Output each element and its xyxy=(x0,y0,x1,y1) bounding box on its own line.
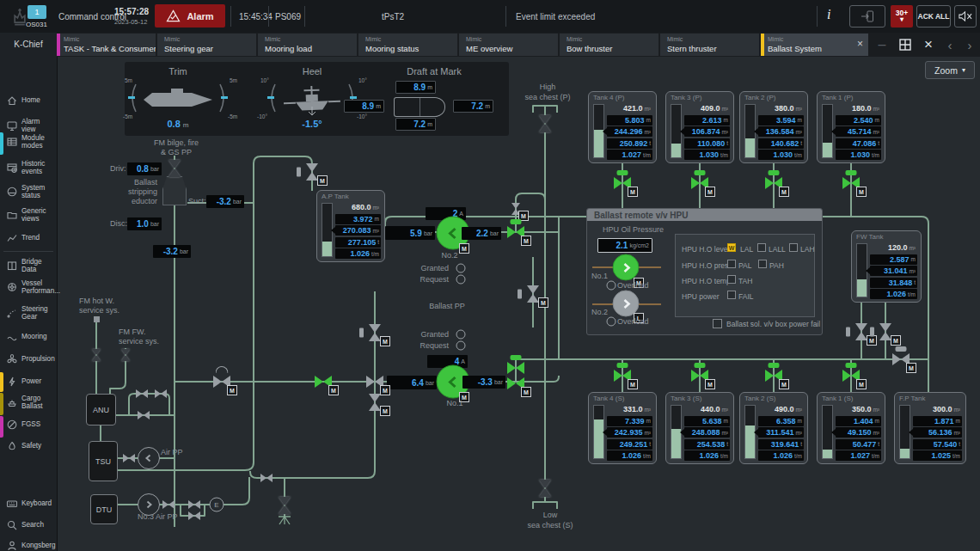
tab-mooring-load[interactable]: MimicMooring load xyxy=(258,34,357,56)
valve-high-sea-chest[interactable] xyxy=(536,118,554,130)
tank-box-1p[interactable]: Tank 1 (P) 180.0m³ 2.540m 45.714m³ 47.08… xyxy=(817,91,885,163)
valve-drain-upper[interactable]: M xyxy=(366,327,383,339)
tsu-unit[interactable]: TSU xyxy=(89,441,118,481)
sidebar-item-keyboard[interactable]: Keyboard xyxy=(0,498,57,510)
valve-low-sea-chest[interactable] xyxy=(536,482,554,494)
pump2-request-indicator[interactable] xyxy=(456,275,466,285)
valve-tank2p[interactable]: M xyxy=(765,177,782,189)
valve-tank1p[interactable]: M xyxy=(842,177,860,189)
lall-alarm-flag[interactable] xyxy=(757,243,766,252)
sidebar-item-safety[interactable]: Safety xyxy=(0,440,57,452)
valve-crossover-isolation[interactable]: M xyxy=(524,288,542,300)
close-tab-icon[interactable]: × xyxy=(857,38,863,50)
valve-dtu-lower[interactable] xyxy=(188,511,200,520)
valve-pump1-crossover[interactable] xyxy=(507,362,524,374)
valve-anu-main[interactable] xyxy=(138,411,150,419)
sidebar-item-generic-views[interactable]: Generic views xyxy=(0,207,57,223)
no3-air-pump[interactable] xyxy=(138,493,160,516)
tab-overflow-button[interactable]: – xyxy=(873,34,891,55)
tab-ballast-system[interactable]: MimicBallast System × xyxy=(761,34,868,56)
valve-pump2-discharge[interactable]: M xyxy=(507,226,524,238)
valve-drain-cross[interactable]: M xyxy=(366,376,383,388)
sidebar-item-steering-gear[interactable]: Steering Gear xyxy=(0,305,57,321)
sidebar-item-module-modes[interactable]: Module modes xyxy=(0,134,57,150)
valve-tank1s[interactable]: M xyxy=(842,370,860,382)
hpu-pump1-overload-indicator[interactable] xyxy=(607,281,616,291)
tank-box-2s[interactable]: Tank 2 (S) 490.0m³ 6.358m 311.541m³ 319.… xyxy=(739,392,808,464)
login-button[interactable] xyxy=(849,5,885,28)
sidebar-item-mooring[interactable]: Mooring xyxy=(0,331,57,343)
tank-box-fw[interactable]: FW Tank 120.0m³ 2.587m 31.041m³ 31.848t … xyxy=(851,230,922,303)
valve-anu-bypass-2[interactable] xyxy=(155,389,167,398)
tank-box-fp[interactable]: F.P Tank 300.0m³ 1.871m 56.136m³ 57.540t… xyxy=(894,392,966,464)
pump1-request-indicator[interactable] xyxy=(456,341,466,351)
valve-suction-manifold[interactable]: M xyxy=(315,376,332,388)
tah-alarm-flag[interactable] xyxy=(727,275,736,284)
tank-box-4s[interactable]: Tank 4 (S) 331.0m³ 7.339m 242.935m³ 249.… xyxy=(588,392,657,464)
alarm-button[interactable]: Alarm xyxy=(155,4,225,28)
fail-alarm-flag[interactable] xyxy=(727,291,736,299)
lal-alarm-flag[interactable]: W xyxy=(727,243,736,252)
ballast-solenoid-power-fail-checkbox[interactable] xyxy=(713,319,722,328)
tab-mooring-status[interactable]: MimicMooring status xyxy=(358,34,457,56)
tab-me-overview[interactable]: MimicME overview xyxy=(459,34,558,56)
valve-overboard[interactable] xyxy=(276,499,293,511)
valve-tank2s[interactable]: M xyxy=(765,370,782,382)
pump1-granted-indicator[interactable] xyxy=(456,330,466,340)
next-tab-button[interactable]: › xyxy=(961,34,978,55)
sidebar-item-system-status[interactable]: System status xyxy=(0,184,57,200)
sidebar-item-home[interactable]: Home xyxy=(0,95,57,107)
pal-alarm-flag[interactable] xyxy=(727,260,736,268)
tank-box-2p[interactable]: Tank 2 (P) 380.0m³ 3.594m 136.584m³ 140.… xyxy=(739,91,808,163)
valve-fm-fresh-water[interactable] xyxy=(119,351,132,359)
valve-tank3s[interactable]: M xyxy=(691,370,708,382)
tank-box-ap[interactable]: A.P Tank 680.0m³ 3.972m 270.083m³ 277.10… xyxy=(316,190,385,262)
sidebar-item-search[interactable]: Search xyxy=(0,519,57,531)
tank-box-1s[interactable]: Tank 1 (S) 350.0m³ 1.404m 49.150m³ 50.47… xyxy=(817,392,885,464)
air-pump[interactable] xyxy=(138,447,160,469)
valve-tank4p[interactable]: M xyxy=(614,177,631,189)
anu-unit[interactable]: ANU xyxy=(86,394,116,425)
hpu-pump2-overload-indicator[interactable] xyxy=(607,317,616,327)
info-icon[interactable]: i xyxy=(827,7,830,22)
sidebar-item-bridge-data[interactable]: Bridge Data xyxy=(0,258,57,274)
tab-task-tank-consumers[interactable]: MimicTASK - Tank & Consumers xyxy=(57,34,156,56)
valve-fw-tank-1[interactable]: M xyxy=(853,326,870,338)
hpu-pump-1[interactable] xyxy=(613,254,640,281)
sidebar-item-trend[interactable]: Trend xyxy=(0,232,57,244)
valve-no3-air-pp[interactable] xyxy=(162,500,175,509)
valve-drain-lower[interactable]: M xyxy=(366,396,383,408)
sidebar-item-fgss[interactable]: FGSS xyxy=(0,419,57,431)
valve-tank3p[interactable]: M xyxy=(691,177,708,189)
valve-fm-hot-water[interactable] xyxy=(90,351,102,359)
pump2-granted-indicator[interactable] xyxy=(456,264,466,273)
valve-pump1-discharge[interactable]: M xyxy=(507,377,524,389)
valve-dtu-upper[interactable] xyxy=(188,500,200,509)
tank-box-3s[interactable]: Tank 3 (S) 440.0m³ 5.638m 248.088m³ 254.… xyxy=(665,392,734,464)
valve-fp-tank[interactable]: M xyxy=(892,353,910,365)
zoom-dropdown[interactable]: Zoom ▾ xyxy=(925,61,975,79)
valve-ap-tank[interactable]: M xyxy=(303,166,321,178)
lah-alarm-flag[interactable] xyxy=(789,243,798,252)
tank-box-3p[interactable]: Tank 3 (P) 409.0m³ 2.613m 106.874m³ 110.… xyxy=(665,91,734,163)
valve-eductor-drive[interactable] xyxy=(166,162,183,174)
sidebar-item-historic-events[interactable]: Historic events xyxy=(0,160,57,176)
valve-fw-tank-2[interactable]: M xyxy=(877,326,894,338)
sidebar-item-kongsberg[interactable]: Kongsberg xyxy=(0,540,57,551)
valve-air-pp[interactable] xyxy=(123,454,135,462)
valve-pump1-suction[interactable]: M xyxy=(213,376,230,388)
ack-all-button[interactable]: ACK ALL xyxy=(916,5,951,28)
sidebar-item-power[interactable]: Power xyxy=(0,376,57,388)
valve-drain-line[interactable] xyxy=(260,474,273,482)
tank-box-4p[interactable]: Tank 4 (P) 421.0m³ 5.803m 244.296m³ 250.… xyxy=(588,91,657,163)
dtu-unit[interactable]: DTU xyxy=(90,494,118,524)
unacked-alarm-count[interactable]: 30+ ▾ xyxy=(891,5,913,28)
tab-stern-thruster[interactable]: MimicStern thruster xyxy=(660,34,759,56)
valve-seachest-riser[interactable]: M xyxy=(510,205,522,213)
sidebar-item-cargo-ballast[interactable]: Cargo Ballast xyxy=(0,395,57,411)
pah-alarm-flag[interactable] xyxy=(758,260,767,268)
tab-steering-gear[interactable]: MimicSteering gear xyxy=(157,34,256,56)
prev-tab-button[interactable]: ‹ xyxy=(941,34,959,55)
sidebar-item-propulsion[interactable]: Propulsion xyxy=(0,353,57,365)
close-all-button[interactable]: × xyxy=(918,34,939,55)
